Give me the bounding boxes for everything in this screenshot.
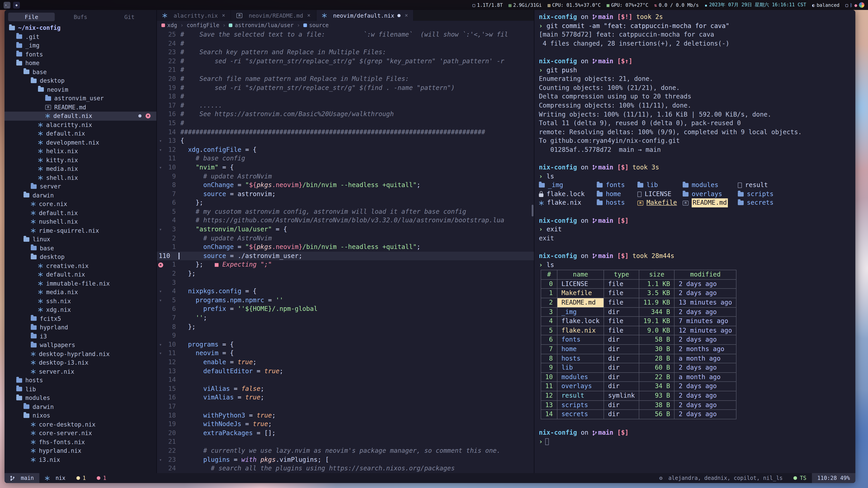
tree-item[interactable]: immutable-file.nix bbox=[4, 279, 156, 288]
tree-tab-git[interactable]: Git bbox=[106, 12, 153, 21]
fold-column[interactable]: ▾ bbox=[157, 287, 164, 296]
tree-item[interactable]: nixos bbox=[4, 411, 156, 420]
code-line[interactable]: ▾11 neovim = { bbox=[157, 349, 534, 358]
close-icon[interactable]: × bbox=[405, 12, 408, 19]
code-line[interactable]: ▾4 nixpkgs.config = { bbox=[157, 287, 534, 296]
code-line[interactable]: 22# sed -ri "s/pattern_str/replace_str/g… bbox=[157, 57, 534, 66]
code-line[interactable]: 12 enable = true; bbox=[157, 358, 534, 367]
fold-column[interactable]: ▾ bbox=[157, 455, 164, 464]
tree-item[interactable]: alacritty.nix bbox=[4, 121, 156, 129]
code-line[interactable]: 5 # my cusotom astronvim config, astronv… bbox=[157, 207, 534, 216]
tree-item[interactable]: default.nix bbox=[4, 208, 156, 217]
tree-item[interactable]: ssh.nix bbox=[4, 297, 156, 305]
code-line[interactable]: 24# bbox=[157, 39, 534, 48]
tree-item[interactable]: i3 bbox=[4, 332, 156, 341]
code-line[interactable]: 14######################################… bbox=[157, 128, 534, 136]
display-icon[interactable]: ▢ bbox=[845, 2, 848, 7]
code-line[interactable]: 8 onChange = "${pkgs.neovim}/bin/nvim --… bbox=[157, 181, 534, 190]
tree-item[interactable]: desktop bbox=[4, 76, 156, 85]
tree-item[interactable]: desktop bbox=[4, 253, 156, 261]
tree-item[interactable]: development.nix bbox=[4, 138, 156, 147]
code-line[interactable]: 24 # search all the plugins using https:… bbox=[157, 464, 534, 473]
tree-item[interactable]: media.nix bbox=[4, 288, 156, 297]
fold-column[interactable]: ▾ bbox=[157, 296, 164, 305]
code-line[interactable]: 9 # update AstroNvim bbox=[157, 172, 534, 181]
tree-item[interactable]: .git bbox=[4, 32, 156, 41]
workspace-1-icon[interactable]: ›_ bbox=[4, 2, 10, 8]
code-line[interactable]: 3 bbox=[157, 278, 534, 287]
tree-item[interactable]: darwin bbox=[4, 191, 156, 200]
bluetooth-icon[interactable]: ᛒ bbox=[850, 2, 852, 7]
tree-item[interactable]: default.nix bbox=[4, 270, 156, 279]
code-line[interactable]: 15# bbox=[157, 119, 534, 128]
tree-item[interactable]: ~/nix-config bbox=[4, 24, 156, 32]
code-line[interactable]: 17 bbox=[157, 402, 534, 411]
tree-item[interactable]: kitty.nix bbox=[4, 156, 156, 164]
notification-icon[interactable]: ● bbox=[855, 2, 857, 7]
tree-item[interactable]: astronvim_user bbox=[4, 94, 156, 103]
tree-item[interactable]: neovim bbox=[4, 85, 156, 94]
tree-item[interactable]: wallpapers bbox=[4, 341, 156, 350]
tree-item[interactable]: hosts bbox=[4, 376, 156, 385]
code-line[interactable]: 21# bbox=[157, 66, 534, 74]
code-line[interactable]: 19# sed -ri "s/pattern_str/replace_str/g… bbox=[157, 84, 534, 92]
code-line[interactable]: 11 # base config bbox=[157, 154, 534, 163]
tree-item[interactable]: base bbox=[4, 68, 156, 76]
code-line[interactable]: 25# Save the selected text to a file: `:… bbox=[157, 30, 534, 39]
code-line[interactable]: 20# Search file name pattern and Replace… bbox=[157, 74, 534, 84]
workspace-2-icon[interactable]: ◆ bbox=[13, 2, 20, 8]
tree-item[interactable]: fcitx5 bbox=[4, 314, 156, 323]
code-line[interactable]: 14 bbox=[157, 376, 534, 384]
code-line[interactable]: ▾5 programs.npm.npmrc = '' bbox=[157, 296, 534, 305]
code-line[interactable]: ▾12 xdg.configFile = { bbox=[157, 145, 534, 154]
code-line[interactable]: 16 vimAlias = true; bbox=[157, 393, 534, 402]
tree-item[interactable]: shell.nix bbox=[4, 173, 156, 182]
tree-item[interactable]: hyprland.nix bbox=[4, 447, 156, 455]
code-line[interactable]: 19 withNodeJs = true; bbox=[157, 420, 534, 429]
code-line[interactable]: ▾10 "nvim" = { bbox=[157, 163, 534, 172]
tree-item[interactable]: core.nix bbox=[4, 200, 156, 208]
tree-item[interactable]: fhs-fonts.nix bbox=[4, 437, 156, 447]
scrollbar-thumb[interactable] bbox=[532, 204, 533, 216]
code-line[interactable]: 2 }; bbox=[157, 269, 534, 278]
tree-tab-file[interactable]: File bbox=[8, 12, 55, 21]
tree-item[interactable]: media.nix bbox=[4, 164, 156, 173]
code-line[interactable]: 7 ''; bbox=[157, 314, 534, 322]
tree-item[interactable]: helix.nix bbox=[4, 147, 156, 156]
tree-item[interactable]: home bbox=[4, 59, 156, 68]
fold-column[interactable]: ▾ bbox=[157, 349, 164, 358]
code-line[interactable]: 2 # update AstroNvim bbox=[157, 234, 534, 242]
breadcrumb-item[interactable]: source bbox=[303, 22, 329, 29]
tree-item[interactable]: creative.nix bbox=[4, 261, 156, 270]
tree-item[interactable]: rime-squirrel.nix bbox=[4, 226, 156, 235]
tree-item[interactable]: desktop-hyprland.nix bbox=[4, 350, 156, 358]
code-line[interactable]: 8 }; bbox=[157, 322, 534, 331]
tree-item[interactable]: linux bbox=[4, 235, 156, 244]
tree-item[interactable]: i3.nix bbox=[4, 455, 156, 464]
tree-item[interactable]: darwin bbox=[4, 402, 156, 411]
code-line[interactable]: 6 }; bbox=[157, 199, 534, 207]
code-area[interactable]: 25# Save the selected text to a file: `:… bbox=[157, 30, 534, 473]
tree-item[interactable]: core-desktop.nix bbox=[4, 420, 156, 429]
code-line[interactable]: 15 viAlias = false; bbox=[157, 385, 534, 393]
code-line[interactable]: 18 withPython3 = true; bbox=[157, 411, 534, 420]
code-line[interactable]: 16# See https://astronvim.com/Basic%20Us… bbox=[157, 110, 534, 119]
close-icon[interactable]: × bbox=[222, 12, 225, 19]
code-line[interactable]: ▾13{ bbox=[157, 136, 534, 145]
code-line[interactable]: 7 source = astronvim; bbox=[157, 190, 534, 198]
fold-column[interactable]: ▾ bbox=[157, 163, 164, 172]
fold-column[interactable]: ▾ bbox=[157, 136, 164, 145]
code-line[interactable]: 6 prefix = ''${HOME}/.npm-global bbox=[157, 305, 534, 314]
tree-item[interactable]: hyprland bbox=[4, 323, 156, 332]
tree-item[interactable]: fonts bbox=[4, 50, 156, 59]
tree-tab-bufs[interactable]: Bufs bbox=[57, 12, 104, 21]
code-line[interactable]: 22 # currently we use lazy.nvim as neovi… bbox=[157, 447, 534, 455]
tree-item[interactable]: _img bbox=[4, 41, 156, 50]
breadcrumb-item[interactable]: astronvim/lua/user bbox=[229, 22, 293, 29]
tree-item[interactable]: default.nix× bbox=[4, 111, 156, 121]
breadcrumb-item[interactable]: xdg bbox=[161, 22, 177, 29]
fold-column[interactable]: ▾ bbox=[157, 145, 164, 154]
code-line[interactable]: 110 source = ./astronvim_user; bbox=[157, 252, 534, 260]
code-line[interactable]: ×1 }; ■ Expecting ";" bbox=[157, 260, 534, 269]
code-line[interactable]: ▾23 plugins = with pkgs.vimPlugins; [ bbox=[157, 455, 534, 464]
